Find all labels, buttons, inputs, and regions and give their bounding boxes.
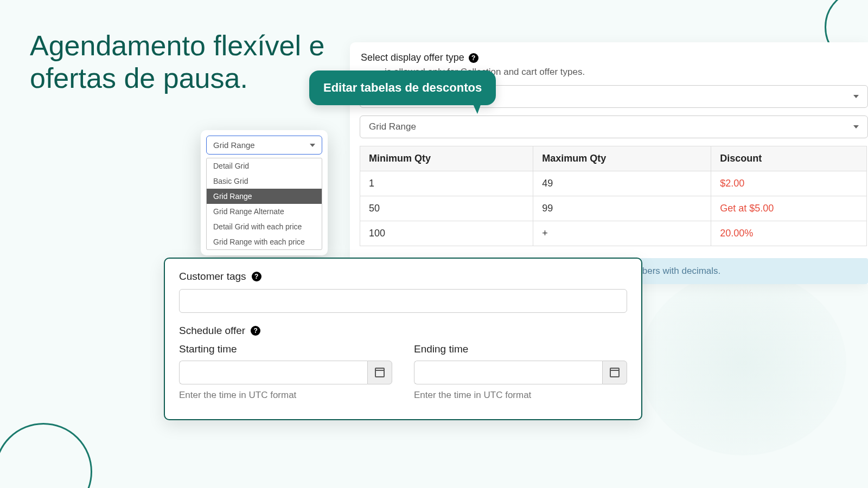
dropdown-list: Detail Grid Basic Grid Grid Range Grid R… (206, 158, 322, 250)
page-title: Agendamento flexível e ofertas de pausa. (30, 30, 334, 95)
schedule-offer-label: Schedule offer (179, 325, 245, 337)
customer-tags-input[interactable] (179, 289, 627, 313)
table-row: 100 + 20.00% (360, 221, 867, 246)
dropdown-option[interactable]: Basic Grid (207, 174, 322, 189)
dropdown-option[interactable]: Detail Grid with each price (207, 219, 322, 234)
starting-time-label: Starting time (179, 343, 392, 355)
th-max: Maximum Qty (533, 146, 711, 171)
display-offer-label: Select display offer type (361, 52, 464, 63)
calendar-icon (375, 368, 385, 377)
calendar-icon (610, 368, 620, 377)
chevron-down-icon (853, 125, 859, 129)
table-row: 1 49 $2.00 (360, 171, 867, 196)
decorative-circle (0, 423, 92, 488)
schedule-panel: Customer tags ? Schedule offer ? Startin… (164, 258, 642, 420)
dropdown-option[interactable]: Grid Range Alternate (207, 204, 322, 219)
chevron-down-icon (853, 95, 859, 98)
dropdown-current-value: Grid Range (213, 140, 255, 150)
customer-tags-label: Customer tags (179, 271, 246, 282)
starting-time-hint: Enter the time in UTC format (179, 390, 392, 401)
tooltip-label: Editar tabelas de descontos (323, 81, 482, 94)
dropdown-option[interactable]: Grid Range with each price (207, 234, 322, 249)
ending-time-label: Ending time (414, 343, 627, 355)
grid-range-select[interactable]: Grid Range (360, 115, 868, 138)
starting-time-input[interactable] (179, 361, 367, 384)
help-icon[interactable]: ? (469, 53, 478, 63)
ending-time-input[interactable] (414, 361, 602, 384)
edit-tables-tooltip: Editar tabelas de descontos (309, 70, 496, 105)
table-row: 50 99 Get at $5.00 (360, 196, 867, 221)
discount-table: Minimum Qty Maximum Qty Discount 1 49 $2… (360, 146, 867, 246)
ending-time-hint: Enter the time in UTC format (414, 390, 627, 401)
help-icon[interactable]: ? (251, 326, 260, 336)
th-disc: Discount (711, 146, 867, 171)
table-header-row: Minimum Qty Maximum Qty Discount (360, 146, 867, 171)
grid-range-value: Grid Range (369, 121, 416, 132)
chevron-down-icon (310, 144, 315, 147)
help-icon[interactable]: ? (252, 272, 261, 281)
ending-time-picker-button[interactable] (602, 361, 627, 384)
decorative-blob (640, 271, 846, 455)
th-min: Minimum Qty (360, 146, 533, 171)
dropdown-current[interactable]: Grid Range (206, 136, 322, 155)
dropdown-option-selected[interactable]: Grid Range (207, 189, 322, 204)
starting-time-picker-button[interactable] (367, 361, 392, 384)
dropdown-option[interactable]: Detail Grid (207, 158, 322, 174)
grid-range-dropdown: Grid Range Detail Grid Basic Grid Grid R… (201, 130, 328, 255)
